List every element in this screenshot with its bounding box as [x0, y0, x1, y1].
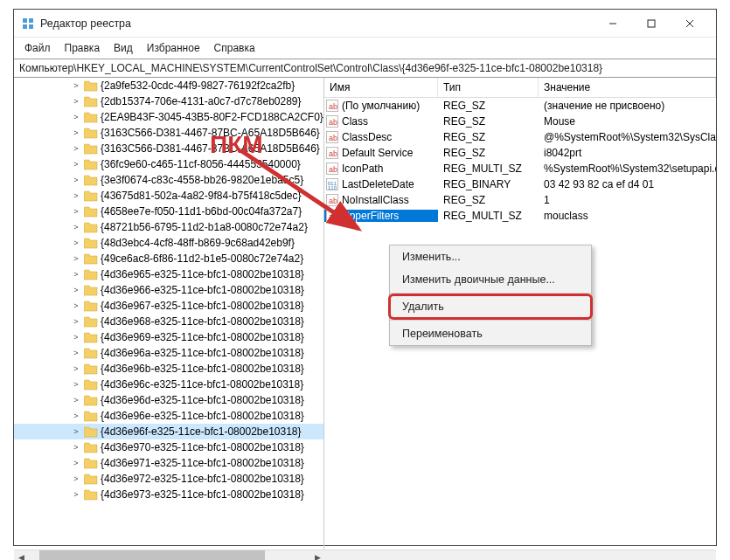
chevron-right-icon[interactable]: > [71, 191, 81, 200]
folder-icon [84, 442, 98, 453]
tree-item[interactable]: >{4d36e96d-e325-11ce-bfc1-08002be10318} [14, 392, 323, 408]
app-icon [21, 17, 35, 31]
svg-text:ab: ab [329, 118, 337, 127]
tree-item[interactable]: >{4d36e965-e325-11ce-bfc1-08002be10318} [14, 266, 323, 282]
col-header-type[interactable]: Тип [438, 78, 539, 97]
chevron-right-icon[interactable]: > [71, 364, 81, 373]
value-icon: ab [326, 162, 338, 175]
value-data: Mouse [539, 115, 716, 128]
tree-item-label: {49ce6ac8-6f86-11d2-b1e5-0080c72e74a2} [101, 252, 303, 265]
tree-item[interactable]: >{4d36e96b-e325-11ce-bfc1-08002be10318} [14, 361, 323, 377]
scroll-left-icon[interactable]: ◀ [14, 550, 28, 560]
tree-item[interactable]: >{3163C566-D381-4467-87BC-A65A18D5B646} [14, 125, 323, 141]
ctx-modify[interactable]: Изменить... [390, 245, 591, 268]
chevron-right-icon[interactable]: > [71, 301, 81, 310]
overlay-label: ПКМ [210, 131, 263, 159]
list-row[interactable]: abClassDescREG_SZ@%SystemRoot%\System32\… [324, 129, 716, 145]
tree-item[interactable]: >{4d36e96c-e325-11ce-bfc1-08002be10318} [14, 377, 323, 392]
chevron-right-icon[interactable]: > [71, 333, 81, 342]
tree-item[interactable]: >{49ce6ac8-6f86-11d2-b1e5-0080c72e74a2} [14, 251, 323, 266]
menu-favorites[interactable]: Избранное [140, 39, 207, 57]
scroll-track[interactable] [28, 550, 310, 560]
chevron-right-icon[interactable]: > [71, 396, 81, 404]
chevron-right-icon[interactable]: > [71, 474, 81, 483]
folder-icon [84, 316, 98, 328]
value-type: REG_SZ [438, 194, 539, 206]
tree-item[interactable]: >{4658ee7e-f050-11d1-b6bd-00c04fa372a7} [14, 204, 323, 219]
chevron-right-icon[interactable]: > [71, 160, 81, 169]
chevron-right-icon[interactable]: > [71, 176, 81, 184]
tree-item[interactable]: >{4d36e973-e325-11ce-bfc1-08002be10318} [14, 487, 323, 502]
tree-item[interactable]: >{4d36e969-e325-11ce-bfc1-08002be10318} [14, 329, 323, 345]
chevron-right-icon[interactable]: > [71, 239, 81, 247]
menu-file[interactable]: Файл [17, 39, 58, 57]
chevron-right-icon[interactable]: > [71, 254, 81, 263]
tree-item[interactable]: >{4d36e96f-e325-11ce-bfc1-08002be10318} [14, 424, 323, 439]
tree-item-label: {4d36e96e-e325-11ce-bfc1-08002be10318} [101, 410, 304, 422]
list-row[interactable]: abNoInstallClassREG_SZ1 [324, 192, 716, 208]
ctx-modify-binary[interactable]: Изменить двоичные данные... [390, 268, 591, 291]
close-button[interactable] [671, 10, 709, 37]
folder-icon [84, 395, 98, 406]
value-data: i8042prt [539, 147, 716, 159]
tree-item[interactable]: >{4d36e970-e325-11ce-bfc1-08002be10318} [14, 439, 323, 455]
list-row[interactable]: abIconPathREG_MULTI_SZ%SystemRoot%\Syste… [324, 161, 716, 176]
chevron-right-icon[interactable]: > [71, 144, 81, 153]
chevron-right-icon[interactable]: > [71, 380, 81, 389]
chevron-right-icon[interactable]: > [71, 207, 81, 216]
minimize-button[interactable] [594, 10, 632, 37]
chevron-right-icon[interactable]: > [71, 459, 81, 467]
chevron-right-icon[interactable]: > [71, 286, 81, 294]
list-row[interactable]: abDefault ServiceREG_SZi8042prt [324, 145, 716, 161]
chevron-right-icon[interactable]: > [71, 317, 81, 326]
chevron-right-icon[interactable]: > [71, 349, 81, 357]
list-row[interactable]: ab(По умолчанию)REG_SZ(значение не присв… [324, 98, 716, 114]
address-bar[interactable]: Компьютер\HKEY_LOCAL_MACHINE\SYSTEM\Curr… [14, 59, 716, 78]
tree-item[interactable]: >{2EA9B43F-3045-43B5-80F2-FCD188CA2CF0} [14, 109, 323, 125]
tree-item[interactable]: >{2db15374-706e-4131-a0c7-d7c78eb0289} [14, 93, 323, 109]
tree-item[interactable]: >{3163C566-D381-4467-87BC-A65A18D5B646} [14, 141, 323, 156]
folder-icon [84, 301, 98, 312]
chevron-right-icon[interactable]: > [71, 223, 81, 232]
tree-item[interactable]: >{36fc9e60-c465-11cf-8056-444553540000} [14, 156, 323, 172]
folder-icon [84, 112, 98, 123]
tree-item[interactable]: >{4d36e971-e325-11ce-bfc1-08002be10318} [14, 455, 323, 471]
tree-item-label: {4d36e96a-e325-11ce-bfc1-08002be10318} [101, 347, 304, 359]
list-row[interactable]: 011110LastDeleteDateREG_BINARY03 42 93 8… [324, 176, 716, 192]
maximize-button[interactable] [632, 10, 671, 37]
chevron-right-icon[interactable]: > [71, 411, 81, 420]
col-header-name[interactable]: Имя [324, 78, 438, 97]
tree-item[interactable]: >{3e3f0674-c83c-4558-bb26-9820e1eba5c5} [14, 172, 323, 188]
folder-icon [84, 426, 98, 438]
chevron-right-icon[interactable]: > [71, 427, 81, 436]
menu-view[interactable]: Вид [107, 39, 140, 57]
scroll-right-icon[interactable]: ▶ [310, 550, 324, 560]
col-header-value[interactable]: Значение [539, 78, 716, 97]
tree-item[interactable]: >{43675d81-502a-4a82-9f84-b75f418c5dec} [14, 188, 323, 204]
chevron-right-icon[interactable]: > [71, 97, 81, 106]
chevron-right-icon[interactable]: > [71, 128, 81, 137]
chevron-right-icon[interactable]: > [71, 270, 81, 279]
tree-item[interactable]: >{2a9fe532-0cdc-44f9-9827-76192f2ca2fb} [14, 78, 323, 93]
folder-icon [84, 159, 98, 170]
tree-item[interactable]: >{4d36e96e-e325-11ce-bfc1-08002be10318} [14, 408, 323, 424]
chevron-right-icon[interactable]: > [71, 113, 81, 121]
chevron-right-icon[interactable]: > [71, 81, 81, 90]
chevron-right-icon[interactable]: > [71, 443, 81, 452]
tree-item[interactable]: >{4d36e96a-e325-11ce-bfc1-08002be10318} [14, 345, 323, 361]
ctx-delete[interactable]: Удалить [390, 295, 591, 318]
list-row[interactable]: abUpperFiltersREG_MULTI_SZmouclass [324, 208, 716, 224]
tree-item[interactable]: >{4d36e967-e325-11ce-bfc1-08002be10318} [14, 298, 323, 314]
tree-item[interactable]: >{48721b56-6795-11d2-b1a8-0080c72e74a2} [14, 219, 323, 235]
tree-item[interactable]: >{4d36e968-e325-11ce-bfc1-08002be10318} [14, 314, 323, 329]
menu-help[interactable]: Справка [207, 39, 262, 57]
tree-item[interactable]: >{4d36e966-e325-11ce-bfc1-08002be10318} [14, 282, 323, 298]
value-data: (значение не присвоено) [539, 100, 716, 112]
chevron-right-icon[interactable]: > [71, 490, 81, 499]
list-row[interactable]: abClassREG_SZMouse [324, 114, 716, 129]
tree-item[interactable]: >{48d3ebc4-4cf8-48ff-b869-9c68ad42eb9f} [14, 235, 323, 251]
tree-item[interactable]: >{4d36e972-e325-11ce-bfc1-08002be10318} [14, 471, 323, 487]
tree-pane[interactable]: >{2a9fe532-0cdc-44f9-9827-76192f2ca2fb}>… [14, 78, 324, 550]
ctx-rename[interactable]: Переименовать [390, 322, 591, 345]
menu-edit[interactable]: Правка [58, 39, 108, 57]
